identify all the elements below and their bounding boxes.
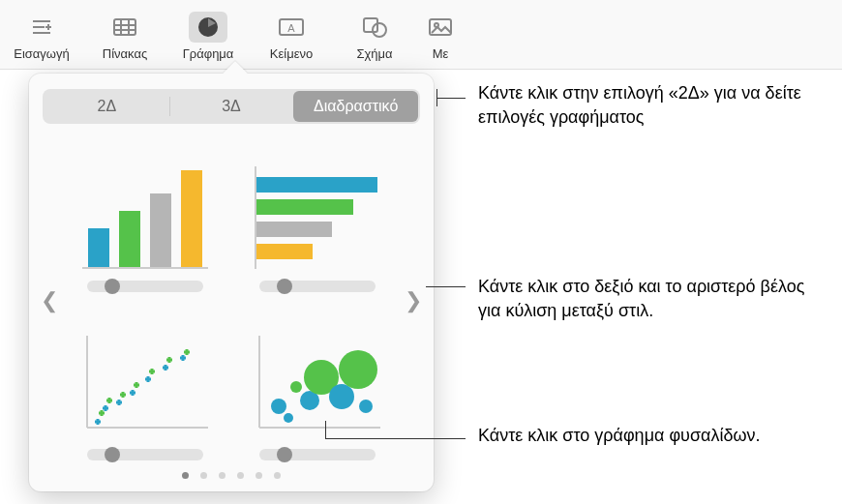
- svg-point-28: [359, 400, 373, 413]
- scatter-chart-thumb: [70, 310, 221, 443]
- column-chart-thumb: [70, 141, 221, 275]
- toolbar-table[interactable]: Πίνακας: [83, 4, 166, 69]
- toolbar-media-label: Με: [433, 46, 449, 61]
- svg-point-27: [339, 350, 377, 389]
- svg-point-21: [271, 399, 286, 414]
- toolbar-chart-label: Γράφημα: [183, 46, 234, 61]
- page-dot[interactable]: [237, 472, 244, 479]
- callout-2d: Κάντε κλικ στην επιλογή «2Δ» για να δείτ…: [478, 81, 827, 130]
- textbox-icon: A: [272, 12, 311, 43]
- callout-connector: [325, 421, 326, 438]
- callout-connector: [325, 438, 466, 439]
- page-dot[interactable]: [182, 472, 189, 479]
- toolbar-table-label: Πίνακας: [103, 46, 147, 61]
- chart-option-column[interactable]: [70, 141, 221, 292]
- insert-icon: [22, 12, 61, 43]
- page-dot[interactable]: [256, 472, 262, 479]
- chart-popover: 2Δ 3Δ Διαδραστικό ❮ ❯: [29, 74, 434, 491]
- segment-interactive[interactable]: Διαδραστικό: [293, 91, 418, 122]
- svg-point-26: [329, 384, 354, 409]
- segment-3d[interactable]: 3Δ: [169, 91, 294, 122]
- chart-option-scatter[interactable]: [70, 310, 221, 460]
- svg-text:A: A: [287, 22, 295, 34]
- toolbar-chart[interactable]: Γράφημα: [166, 4, 250, 69]
- media-icon: [421, 12, 460, 43]
- svg-rect-5: [114, 19, 135, 35]
- callout-bubble: Κάντε κλικ στο γράφημα φυσαλίδων.: [478, 424, 761, 448]
- svg-point-23: [284, 413, 293, 423]
- chart-slider[interactable]: [259, 281, 376, 292]
- piechart-icon: [189, 12, 227, 43]
- page-dots: [43, 472, 420, 479]
- callout-connector: [426, 286, 466, 287]
- page-dot[interactable]: [200, 472, 207, 479]
- chart-slider[interactable]: [87, 281, 203, 292]
- shape-icon: [355, 12, 394, 43]
- chart-option-bar[interactable]: [242, 141, 393, 292]
- toolbar-text-label: Κείμενο: [270, 46, 313, 61]
- chevron-left-icon[interactable]: ❮: [39, 282, 60, 320]
- chart-grid-area: ❮ ❯: [43, 141, 420, 460]
- chevron-right-icon[interactable]: ❯: [403, 282, 424, 320]
- callout-arrows: Κάντε κλικ στο δεξιό και το αριστερό βέλ…: [478, 275, 827, 323]
- toolbar: Εισαγωγή Πίνακας Γράφημα A Κείμενο: [0, 0, 842, 70]
- svg-point-22: [290, 381, 302, 393]
- chart-type-segment: 2Δ 3Δ Διαδραστικό: [43, 89, 420, 124]
- toolbar-insert[interactable]: Εισαγωγή: [0, 4, 83, 69]
- toolbar-insert-label: Εισαγωγή: [14, 46, 69, 61]
- bubble-chart-thumb: [242, 310, 393, 443]
- chart-slider[interactable]: [87, 449, 203, 460]
- bar-chart-thumb: [242, 141, 393, 275]
- toolbar-media[interactable]: Με: [416, 4, 465, 69]
- svg-point-14: [373, 23, 386, 37]
- chart-grid: [43, 141, 420, 460]
- toolbar-shape[interactable]: Σχήμα: [333, 4, 416, 69]
- toolbar-text[interactable]: A Κείμενο: [250, 4, 333, 69]
- callout-connector: [436, 98, 466, 99]
- table-icon: [105, 12, 144, 43]
- page-dot[interactable]: [274, 472, 281, 479]
- segment-2d[interactable]: 2Δ: [45, 91, 169, 122]
- page-dot[interactable]: [219, 472, 226, 479]
- chart-slider[interactable]: [259, 449, 376, 460]
- toolbar-shape-label: Σχήμα: [356, 46, 392, 61]
